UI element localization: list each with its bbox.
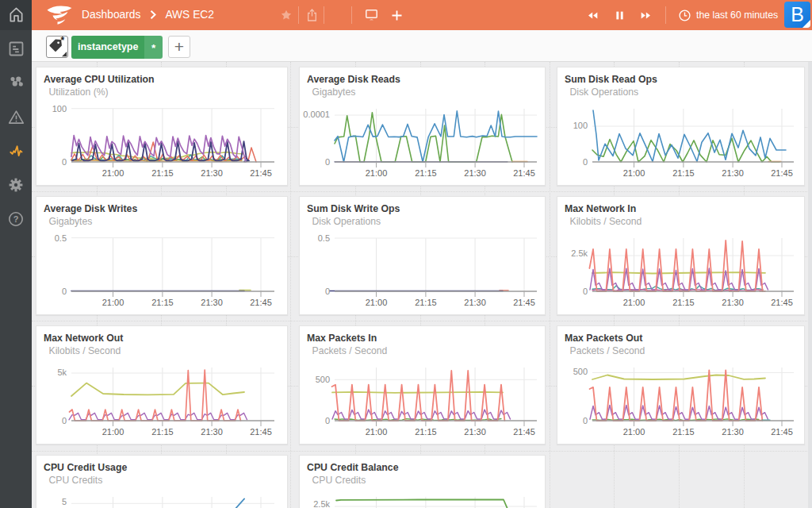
- svg-text:Sum Disk Read Ops: Sum Disk Read Ops: [565, 74, 657, 85]
- svg-text:Kilobits / Second: Kilobits / Second: [49, 345, 121, 356]
- svg-text:CPU Credit Balance: CPU Credit Balance: [307, 462, 399, 473]
- svg-text:Max Network Out: Max Network Out: [44, 333, 123, 344]
- svg-text:Average CPU Utilization: Average CPU Utilization: [44, 74, 155, 85]
- svg-text:5k: 5k: [57, 368, 67, 377]
- svg-text:21:45: 21:45: [513, 298, 535, 307]
- svg-text:Gigabytes: Gigabytes: [49, 216, 93, 227]
- svg-text:21:45: 21:45: [250, 298, 272, 307]
- svg-text:21:15: 21:15: [672, 427, 695, 437]
- svg-text:21:00: 21:00: [623, 298, 645, 307]
- svg-text:Packets / Second: Packets / Second: [570, 345, 645, 356]
- svg-text:21:30: 21:30: [464, 298, 486, 307]
- svg-text:5: 5: [62, 497, 67, 506]
- svg-text:Average Disk Writes: Average Disk Writes: [44, 203, 137, 214]
- svg-text:CPU Credits: CPU Credits: [49, 475, 103, 486]
- svg-text:21:15: 21:15: [415, 298, 437, 307]
- svg-text:Utilization (%): Utilization (%): [49, 87, 109, 98]
- svg-text:21:15: 21:15: [151, 427, 174, 437]
- svg-text:2.5k: 2.5k: [313, 499, 330, 508]
- svg-text:0.5: 0.5: [318, 233, 330, 243]
- svg-text:21:30: 21:30: [201, 427, 223, 437]
- svg-text:21:45: 21:45: [771, 298, 793, 307]
- svg-text:100: 100: [573, 121, 588, 130]
- svg-text:21:45: 21:45: [250, 168, 272, 178]
- svg-text:Sum Disk Write Ops: Sum Disk Write Ops: [307, 203, 400, 214]
- svg-text:CPU Credit Usage: CPU Credit Usage: [44, 462, 127, 473]
- svg-text:Max Packets In: Max Packets In: [307, 333, 377, 344]
- svg-text:0: 0: [325, 157, 330, 167]
- svg-text:21:15: 21:15: [672, 298, 695, 307]
- svg-text:21:00: 21:00: [102, 168, 124, 178]
- svg-text:0: 0: [583, 416, 588, 425]
- svg-text:0: 0: [62, 287, 67, 296]
- svg-text:21:45: 21:45: [513, 427, 535, 437]
- svg-text:Average Disk Reads: Average Disk Reads: [307, 74, 400, 85]
- svg-text:21:30: 21:30: [722, 427, 744, 437]
- svg-text:Max Packets Out: Max Packets Out: [565, 333, 642, 344]
- svg-text:?: ?: [13, 214, 19, 224]
- svg-text:21:30: 21:30: [201, 298, 223, 307]
- svg-text:21:30: 21:30: [722, 298, 744, 307]
- svg-text:21:15: 21:15: [151, 168, 174, 178]
- svg-text:Kilobits / Second: Kilobits / Second: [570, 216, 642, 227]
- svg-text:21:00: 21:00: [366, 298, 388, 307]
- svg-text:CPU Credits: CPU Credits: [312, 475, 366, 486]
- svg-text:21:15: 21:15: [672, 168, 695, 178]
- svg-text:21:45: 21:45: [771, 427, 793, 437]
- svg-text:21:15: 21:15: [415, 427, 437, 437]
- svg-text:0: 0: [583, 287, 588, 296]
- svg-text:21:30: 21:30: [201, 168, 223, 178]
- svg-text:0: 0: [325, 287, 330, 296]
- svg-text:21:00: 21:00: [623, 168, 645, 178]
- svg-text:21:15: 21:15: [151, 298, 174, 307]
- svg-text:500: 500: [316, 375, 330, 384]
- svg-text:0: 0: [583, 157, 588, 167]
- svg-text:21:30: 21:30: [464, 168, 486, 178]
- svg-text:21:45: 21:45: [771, 168, 793, 178]
- svg-text:0: 0: [62, 416, 67, 425]
- svg-text:21:15: 21:15: [415, 168, 437, 178]
- svg-text:0.5: 0.5: [55, 233, 67, 243]
- svg-text:0.0001: 0.0001: [303, 110, 330, 119]
- svg-text:21:45: 21:45: [513, 168, 535, 178]
- svg-text:500: 500: [573, 367, 588, 376]
- svg-text:100: 100: [52, 104, 67, 114]
- svg-text:0: 0: [62, 157, 67, 167]
- svg-text:Packets / Second: Packets / Second: [312, 345, 388, 356]
- svg-text:21:00: 21:00: [366, 168, 388, 178]
- svg-text:Disk Operations: Disk Operations: [312, 216, 381, 227]
- svg-text:Disk Operations: Disk Operations: [570, 87, 639, 98]
- svg-text:21:00: 21:00: [102, 298, 124, 307]
- svg-text:0: 0: [325, 416, 330, 425]
- svg-text:*: *: [61, 37, 65, 46]
- svg-text:Gigabytes: Gigabytes: [312, 87, 356, 98]
- svg-text:21:00: 21:00: [366, 427, 388, 437]
- svg-text:21:00: 21:00: [623, 427, 645, 437]
- svg-text:21:00: 21:00: [102, 427, 124, 437]
- svg-text:Max Network In: Max Network In: [565, 203, 636, 214]
- svg-text:2.5k: 2.5k: [571, 248, 588, 258]
- svg-text:21:45: 21:45: [250, 427, 272, 437]
- svg-text:21:30: 21:30: [464, 427, 486, 437]
- svg-text:21:30: 21:30: [722, 168, 744, 178]
